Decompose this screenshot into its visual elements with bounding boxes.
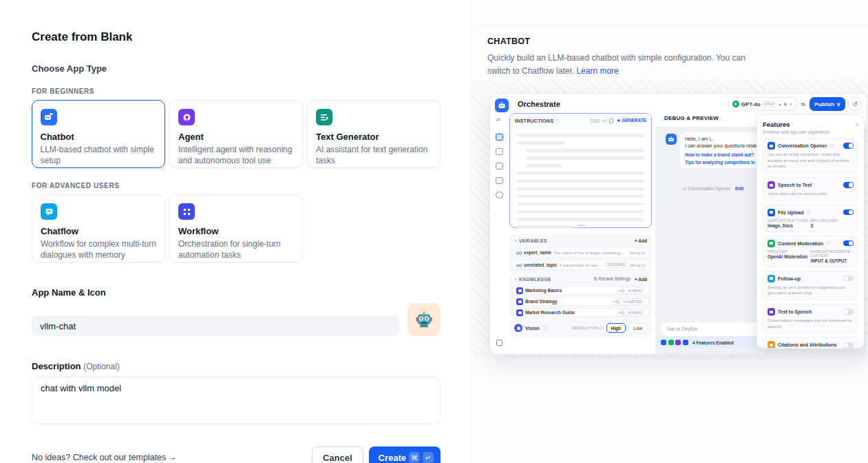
app-type-card-workflow[interactable]: Workflow Orchestration for single-turn a… xyxy=(169,194,303,263)
variable-icon: {x} xyxy=(602,119,607,123)
meta-label: MAX UPLOADS xyxy=(811,218,854,223)
orchestrate-nav-icon xyxy=(496,134,503,141)
choose-app-type-label: Choose App Type xyxy=(32,63,441,74)
note-nav-icon xyxy=(496,177,503,184)
meta-value: OpenAI Moderation xyxy=(768,254,811,259)
add-knowledge-button: + Add xyxy=(635,277,647,282)
publish-button: Publish ∨ xyxy=(809,97,845,111)
globe-nav-icon xyxy=(496,192,503,198)
feature-desc: Voice input can be used in chat. xyxy=(768,191,854,197)
skeleton-line xyxy=(526,156,644,160)
sparkle-icon: ★ xyxy=(617,118,621,123)
preview-topbar-right: ∗ GPT-4o CHAT ● ◉ ∨ ⇆ Publish ∨ ↺ xyxy=(728,97,862,111)
close-icon: × xyxy=(855,121,858,127)
skeleton-line xyxy=(517,210,644,214)
variable-row: {x} expert_name The name of the strategi… xyxy=(512,247,649,258)
variable-type-icon: {x} xyxy=(516,251,522,255)
info-icon: ⓘ xyxy=(555,118,560,124)
feature-name: File Upload xyxy=(778,210,804,215)
skeleton-line xyxy=(517,195,644,198)
dataset-mode-tag: HQ · HYBRID xyxy=(616,287,645,294)
knowledge-section: ∨ KNOWLEDGE ⇅ Rerank Settings + Add Mark… xyxy=(509,272,652,320)
description-label: Description (Optional) xyxy=(32,361,441,371)
meta-value: Image, Docs xyxy=(768,223,811,228)
knowledge-row: Marketing Basics HQ · HYBRID xyxy=(512,286,649,295)
variable-desc: The name of the strategic consulting... xyxy=(553,251,628,255)
feature-item: Speech to Text Voice input can be used i… xyxy=(763,177,858,201)
preview-nav xyxy=(496,134,503,198)
image-nav-icon xyxy=(496,148,503,155)
instructions-body xyxy=(510,127,651,239)
skeleton-line xyxy=(526,149,644,152)
opener-label: Conversation Opener xyxy=(688,186,730,191)
required-badge: REQUIRED xyxy=(605,262,627,268)
app-type-card-agent[interactable]: Agent Intelligent agent with reasoning a… xyxy=(169,100,303,168)
copy-icon xyxy=(609,119,613,123)
description-optional-text: (Optional) xyxy=(83,362,120,371)
learn-more-link[interactable]: Learn more xyxy=(576,66,618,76)
file-upload-mini-icon xyxy=(683,340,688,345)
card-desc: AI assistant for text generation tasks xyxy=(316,144,432,166)
info-icon: ⓘ xyxy=(826,240,830,247)
follow-up-icon xyxy=(768,275,775,282)
suggested-question-text: How to make a brand stand out? xyxy=(685,152,754,157)
features-panel: Features × Enhance web app user experien… xyxy=(756,114,865,349)
app-icon-picker[interactable] xyxy=(407,303,441,336)
cmd-key-icon: ⌘ xyxy=(409,452,420,463)
bot-avatar xyxy=(666,134,677,145)
char-count: 2182 xyxy=(590,119,600,123)
add-variable-button: + Add xyxy=(635,238,647,243)
model-lock-icon: ● xyxy=(779,102,781,107)
feature-item: Text to Speech Conversation messages can… xyxy=(763,304,858,333)
features-enabled-label: 4 Features Enabled xyxy=(692,340,734,345)
card-desc: Intelligent agent with reasoning and aut… xyxy=(178,144,294,166)
skeleton-line xyxy=(517,203,644,206)
chevron-down-icon: ∨ xyxy=(514,238,517,243)
app-type-card-chatbot[interactable]: Chatbot LLM-based chatbot with simple se… xyxy=(32,100,165,168)
variable-type: String ⊡ xyxy=(630,250,645,255)
create-button[interactable]: Create ⌘ ↵ xyxy=(369,446,441,463)
info-description: Quickly build an LLM-based chatbot with … xyxy=(487,52,756,77)
right-top-strip xyxy=(471,0,868,26)
conversation-opener-row: ⊙ Conversation Opener Edit xyxy=(683,186,743,192)
variable-desc: A placeholder for topics... xyxy=(559,263,603,267)
dataset-icon xyxy=(516,287,523,294)
agent-icon xyxy=(178,109,195,125)
rerank-settings-button: ⇅ Rerank Settings xyxy=(594,276,631,282)
cancel-button[interactable]: Cancel xyxy=(312,446,363,463)
app-type-card-chatflow[interactable]: Chatflow Workflow for complex multi-turn… xyxy=(32,194,165,263)
card-title: Chatflow xyxy=(41,226,156,236)
model-name: GPT-4o xyxy=(741,101,761,107)
card-desc: Workflow for complex multi-turn dialogue… xyxy=(41,238,156,260)
file-upload-icon xyxy=(768,209,775,216)
instructions-title: INSTRUCTIONS xyxy=(515,119,553,123)
templates-link[interactable]: No ideas? Check out our templates→ xyxy=(32,453,177,462)
app-type-card-text-generator[interactable]: Text Generator AI assistant for text gen… xyxy=(307,100,441,168)
app-name-label: App Name & Icon xyxy=(32,287,441,298)
variables-title: VARIABLES xyxy=(519,238,547,243)
group-label-beginners: FOR BEGINNERS xyxy=(32,88,441,95)
feature-name: Content Moderation xyxy=(778,241,823,246)
skeleton-line xyxy=(517,172,644,175)
preview-screenshot: ⇄ Orchestrate ∗ GPT-4o CHAT xyxy=(489,93,866,355)
feature-name: Text to Speech xyxy=(778,309,812,314)
feature-item: File Upload ⓘ SUPPORT FILE TYPESImage, D… xyxy=(763,205,858,232)
skeleton-line xyxy=(526,164,562,167)
feature-item: Content Moderation ⓘ PROVIDEROpenAI Mode… xyxy=(763,236,858,267)
feature-desc: You are an entity extraction model that … xyxy=(768,152,854,169)
meta-value: 3 xyxy=(811,223,854,228)
content-moderation-icon xyxy=(768,240,775,247)
skeleton-line xyxy=(517,134,644,137)
feature-item: Follow-up Setting up next questions sugg… xyxy=(763,271,858,300)
chatflow-icon xyxy=(41,203,57,220)
dataset-name: Market Research Guide xyxy=(525,310,575,315)
app-name-row xyxy=(32,303,441,336)
speech-to-text-mini-icon xyxy=(675,340,681,345)
instructions-panel: INSTRUCTIONS ⓘ 2182 {x} ★ GENERATE xyxy=(509,113,652,228)
knowledge-row: Market Research Guide HQ · HYBRID xyxy=(512,308,649,317)
feature-toggle xyxy=(843,143,854,149)
skeleton-line xyxy=(517,218,644,221)
app-name-input[interactable] xyxy=(32,316,399,336)
description-textarea[interactable]: chat with vllm model xyxy=(32,376,441,424)
feature-desc: Conversation messages can be converted t… xyxy=(768,318,854,329)
